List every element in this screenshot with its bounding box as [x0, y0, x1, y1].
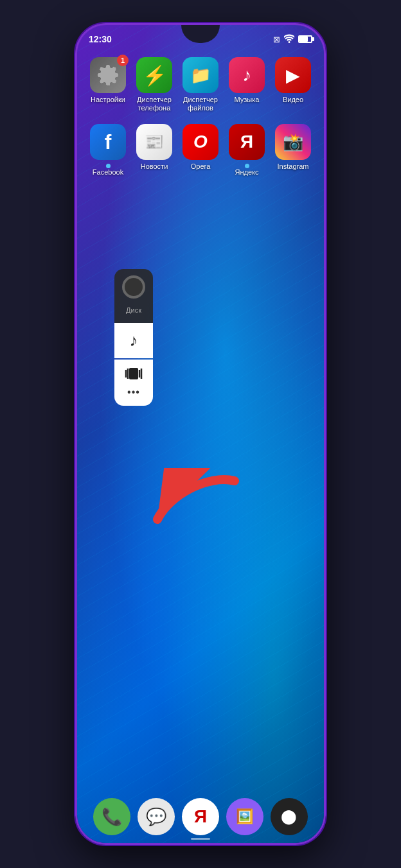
phone-manager-icon[interactable]: ⚡ — [136, 57, 172, 93]
vibrate-icon[interactable] — [125, 365, 143, 383]
news-label: Новости — [141, 162, 168, 171]
red-arrow — [145, 468, 247, 548]
music-icon[interactable]: ♪ — [229, 57, 265, 93]
video-label: Видео — [283, 96, 303, 104]
status-icons: ⊠ — [273, 34, 312, 45]
settings-label: Настройки — [91, 96, 125, 104]
home-indicator — [191, 838, 210, 840]
instagram-icon[interactable]: 📸 — [275, 124, 311, 160]
settings-icon[interactable]: 1 — [90, 57, 126, 93]
facebook-icon[interactable]: f — [90, 124, 126, 160]
side-panel: Диск ♪ ••• — [114, 269, 153, 406]
music-note-icon[interactable]: ♪ — [130, 331, 138, 351]
app-settings[interactable]: 1 Настройки — [86, 57, 130, 112]
side-panel-vibrate[interactable]: ••• — [114, 360, 153, 406]
instagram-label: Instagram — [278, 162, 309, 171]
yandex-label: Яндекс — [235, 168, 259, 177]
app-opera[interactable]: O Opera — [179, 124, 222, 177]
disk-ring-icon — [122, 275, 145, 299]
opera-label: Opera — [191, 162, 211, 171]
phone-content: 1 Настройки ⚡ Диспетчертелефона 📁 Диспет… — [77, 51, 324, 843]
app-instagram[interactable]: 📸 Instagram — [271, 124, 315, 177]
svg-rect-2 — [129, 368, 138, 379]
settings-badge: 1 — [117, 55, 129, 66]
disk-label: Диск — [126, 306, 141, 317]
side-panel-disk[interactable]: Диск — [114, 269, 153, 323]
app-row-1: 1 Настройки ⚡ Диспетчертелефона 📁 Диспет… — [85, 57, 316, 112]
yandex-icon[interactable]: Я — [229, 124, 265, 160]
news-icon[interactable]: 📰 — [136, 124, 172, 160]
video-icon[interactable]: ▶ — [275, 57, 311, 93]
facebook-label: Facebook — [93, 168, 123, 177]
phone-frame: 12:30 ⊠ — [75, 23, 326, 845]
battery-icon — [298, 35, 312, 43]
app-facebook[interactable]: f Facebook — [86, 124, 130, 177]
app-row-2: f Facebook 📰 Новости O Opera — [85, 124, 316, 177]
app-music[interactable]: ♪ Музыка — [225, 57, 269, 112]
status-time: 12:30 — [89, 34, 112, 44]
file-manager-label: Диспетчерфайлов — [183, 96, 218, 112]
more-options-icon[interactable]: ••• — [127, 386, 140, 398]
app-phone-manager[interactable]: ⚡ Диспетчертелефона — [132, 57, 176, 112]
phone-manager-label: Диспетчертелефона — [137, 96, 172, 112]
opera-icon[interactable]: O — [183, 124, 218, 160]
wifi-icon — [284, 34, 294, 45]
app-file-manager[interactable]: 📁 Диспетчерфайлов — [179, 57, 222, 112]
notification-icon: ⊠ — [273, 35, 280, 44]
app-yandex[interactable]: Я Яндекс — [225, 124, 269, 177]
app-video[interactable]: ▶ Видео — [271, 57, 315, 112]
side-panel-music[interactable]: ♪ — [114, 323, 153, 358]
file-manager-icon[interactable]: 📁 — [183, 57, 218, 93]
music-label: Музыка — [235, 96, 260, 104]
app-news[interactable]: 📰 Новости — [132, 124, 176, 177]
